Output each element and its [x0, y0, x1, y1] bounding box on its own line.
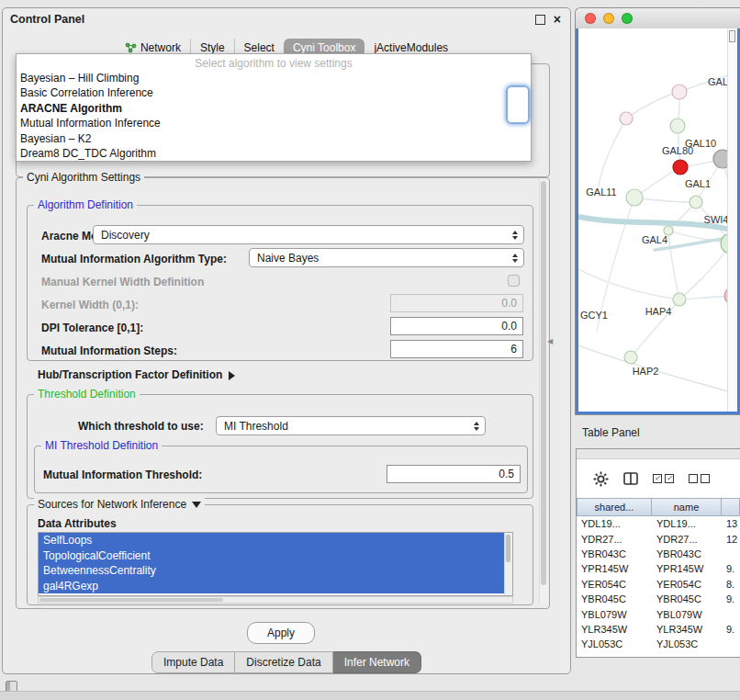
float-window-icon[interactable] [535, 15, 545, 25]
column-header-shared[interactable]: shared... [577, 498, 652, 516]
algorithm-combobox-focus-ring[interactable] [506, 85, 530, 124]
network-edge [599, 119, 626, 186]
algorithm-option-basic-correlation-inference[interactable]: Basic Correlation Inference [17, 85, 531, 100]
aracne-mode-select[interactable]: Discovery [93, 225, 524, 244]
kernel-width-field: 0.0 [390, 294, 523, 312]
sources-section-toggle[interactable]: Sources for Network Inference [34, 498, 205, 511]
settings-scrollbar-thumb[interactable] [541, 181, 546, 585]
network-node[interactable] [673, 293, 686, 306]
expand-right-icon[interactable] [229, 371, 235, 380]
close-traffic-light[interactable] [585, 13, 596, 24]
table-row[interactable]: YLR345WYLR345W9. [577, 622, 740, 637]
attribute-item-betweennesscentrality[interactable]: BetweennessCentrality [39, 563, 512, 579]
close-icon[interactable]: × [554, 14, 561, 25]
network-canvas[interactable]: GALGAL10GAL80GAL11GAL1SWI4GAL4GCY1HAP4HA… [576, 28, 740, 414]
hub-section-toggle[interactable]: Hub/Transcription Factor Definition [38, 368, 235, 381]
deselect-all-icon[interactable] [689, 474, 710, 483]
hscroll-thumb[interactable] [39, 598, 223, 602]
settings-scrollbar[interactable] [539, 179, 548, 604]
bottom-tab-bar: Impute DataDiscretize DataInfer Network [3, 651, 570, 673]
table-row[interactable]: YBL079WYBL079W [577, 606, 740, 621]
attribute-item-gal4rgexp[interactable]: gal4RGexp [39, 579, 512, 594]
mi-threshold-field[interactable]: 0.5 [387, 465, 521, 483]
split-pane-collapse-icon[interactable]: ◀ [547, 337, 553, 345]
control-panel-titlebar[interactable]: Control Panel × [3, 8, 570, 30]
network-node[interactable] [670, 119, 685, 133]
hub-section-label: Hub/Transcription Factor Definition [38, 368, 222, 381]
attribute-item-selfloops[interactable]: SelfLoops [39, 533, 512, 548]
mi-type-label: Mutual Information Algorithm Type: [41, 253, 227, 265]
list-horizontal-scrollbar[interactable] [38, 596, 513, 604]
table-cell: YER054C [577, 579, 652, 590]
table-toolbar: ✓✓ [577, 459, 740, 498]
data-attributes-list[interactable]: SelfLoopsTopologicalCoefficientBetweenne… [38, 532, 513, 596]
attribute-item-topologicalcoefficient[interactable]: TopologicalCoefficient [39, 548, 512, 564]
control-panel-window: Control Panel × NetworkStyleSelectCyni T… [2, 7, 571, 674]
table-cell: 9. [722, 624, 740, 635]
threshold-definition-title: Threshold Definition [34, 388, 140, 401]
network-node[interactable] [626, 189, 643, 206]
table-window-header [577, 449, 740, 459]
minimize-traffic-light[interactable] [603, 13, 614, 24]
algorithm-option-dream8-dc-tdc-algorithm[interactable]: Dream8 DC_TDC Algorithm [17, 146, 531, 161]
table-cell: YBR043C [652, 548, 722, 559]
table-row[interactable]: YPR145WYPR145W9. [577, 561, 740, 576]
column-header-name[interactable]: name [652, 498, 722, 516]
network-window-titlebar[interactable] [576, 8, 740, 29]
zoom-traffic-light[interactable] [622, 13, 633, 24]
table-row[interactable]: YDR27...YDR27...12 [577, 531, 740, 546]
algorithm-placeholder-item[interactable]: Select algorithm to view settings [17, 56, 531, 71]
algorithm-option-aracne-algorithm[interactable]: ARACNE Algorithm [17, 101, 531, 116]
bottom-tab-impute-data[interactable]: Impute Data [151, 651, 235, 673]
table-row[interactable]: YBR045CYBR045C9. [577, 592, 740, 606]
network-vertical-scrollbar[interactable] [727, 28, 737, 412]
bottom-tab-infer-network[interactable]: Infer Network [333, 651, 421, 673]
algorithm-option-bayesian-k2[interactable]: Bayesian – K2 [17, 131, 531, 146]
table-cell: 12 [722, 534, 740, 545]
popup-list: Bayesian – Hill ClimbingBasic Correlatio… [17, 71, 531, 161]
bottom-tab-discretize-data[interactable]: Discretize Data [235, 651, 332, 673]
table-row[interactable]: YJL053CYJL053C [577, 637, 740, 651]
network-node[interactable] [673, 160, 688, 175]
cyni-settings-title: Cyni Algorithm Settings [23, 171, 144, 184]
dpi-tolerance-field[interactable]: 0.0 [390, 317, 523, 335]
apply-button[interactable]: Apply [247, 622, 315, 644]
table-cell: 9. [722, 563, 740, 574]
table-cell: YBL079W [652, 609, 722, 620]
which-threshold-select[interactable]: MI Threshold [216, 416, 486, 435]
network-node[interactable] [672, 85, 687, 99]
columns-icon[interactable] [623, 472, 638, 485]
gear-icon[interactable] [593, 471, 609, 487]
network-node[interactable] [624, 351, 637, 364]
table-cell: YPR145W [652, 563, 722, 574]
sources-list: SelfLoopsTopologicalCoefficientBetweenne… [39, 533, 512, 593]
table-panel-window: ✓✓ shared...name YDL19...YDL19...13YDR27… [576, 448, 740, 658]
network-edge [679, 243, 731, 299]
table-row[interactable]: YER054CYER054C8. [577, 577, 740, 592]
algorithm-definition-title: Algorithm Definition [34, 198, 137, 211]
algorithm-option-bayesian-hill-climbing[interactable]: Bayesian – Hill Climbing [17, 71, 531, 85]
network-graph: GALGAL10GAL80GAL11GAL1SWI4GAL4GCY1HAP4HA… [578, 28, 738, 413]
mi-steps-value: 6 [510, 343, 517, 356]
table-row[interactable]: YBR043CYBR043C [577, 547, 740, 561]
mi-type-select[interactable]: Naive Bayes [249, 248, 524, 267]
algorithm-option-mutual-information-inference[interactable]: Mutual Information Inference [17, 116, 531, 130]
table-row[interactable]: YDL19...YDL19...13 [577, 516, 740, 531]
network-node[interactable] [690, 196, 702, 209]
list-vertical-scrollbar[interactable] [504, 533, 512, 595]
column-header-2[interactable] [722, 498, 740, 516]
manual-kernel-checkbox[interactable] [508, 275, 520, 287]
table-cell: YDR27... [652, 534, 722, 545]
node-label-gal: GAL [708, 76, 728, 87]
list-scrollbar-thumb[interactable] [506, 535, 510, 562]
chevron-updown-icon [512, 231, 518, 240]
table-cell: YDL19... [577, 518, 652, 529]
network-node[interactable] [620, 112, 633, 125]
node-label-gal4: GAL4 [642, 234, 667, 245]
table-cell: YDR27... [577, 534, 652, 545]
mi-steps-field[interactable]: 6 [390, 340, 523, 358]
select-all-icon[interactable]: ✓✓ [653, 474, 674, 483]
network-scrollbar-thumb[interactable] [729, 30, 735, 42]
table-body: YDL19...YDL19...13YDR27...YDR27...12YBR0… [577, 516, 740, 652]
expand-down-icon[interactable] [192, 502, 201, 508]
